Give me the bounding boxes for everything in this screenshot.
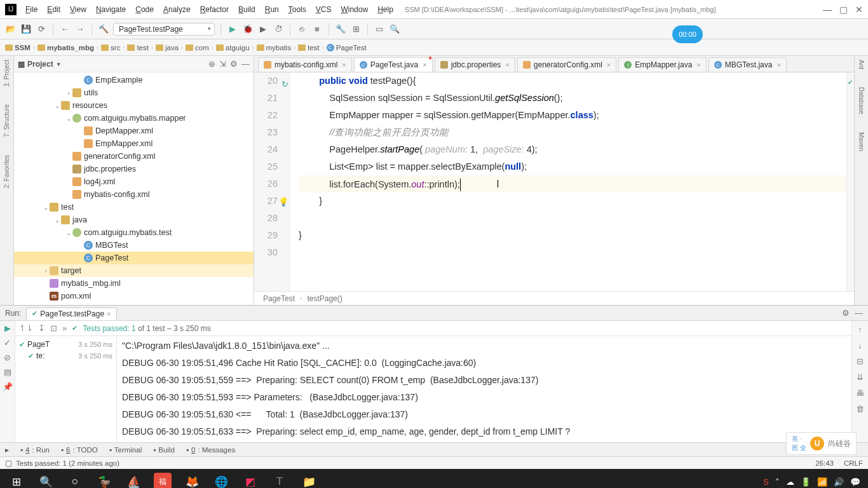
pin-icon[interactable]: 📌 bbox=[3, 382, 13, 391]
close-tab-icon[interactable]: × bbox=[607, 61, 611, 69]
collapse-icon[interactable]: ⇲ bbox=[219, 59, 226, 69]
breadcrumb-item[interactable]: src bbox=[101, 44, 120, 51]
run-icon[interactable]: ▶ bbox=[227, 24, 238, 35]
debug-icon[interactable]: 🐞 bbox=[242, 24, 254, 35]
breadcrumb-item[interactable]: java bbox=[156, 44, 179, 51]
cortana-button[interactable]: ○ bbox=[61, 469, 89, 488]
breadcrumb-item[interactable]: test bbox=[298, 44, 320, 51]
editor-tab[interactable]: CPageTest.java×📍 bbox=[354, 57, 433, 72]
explorer-icon[interactable]: 📁 bbox=[295, 469, 323, 488]
tree-item[interactable]: CMBGTest bbox=[14, 239, 254, 252]
tree-item[interactable]: ⌄com.atguigu.mybatis.mapper bbox=[14, 112, 254, 125]
stop-run-icon[interactable]: ⊘ bbox=[4, 353, 11, 362]
tree-item[interactable]: log4j.xml bbox=[14, 175, 254, 188]
close-tab-icon[interactable]: × bbox=[342, 61, 346, 69]
attach-icon[interactable]: ⎋ bbox=[296, 24, 308, 35]
filter-icon[interactable]: ↧ bbox=[38, 323, 45, 333]
search-icon[interactable]: 🔍 bbox=[389, 24, 400, 35]
app-icon[interactable]: 福 bbox=[154, 473, 172, 488]
expand-icon[interactable]: ▸ bbox=[5, 445, 9, 454]
start-button[interactable]: ⊞ bbox=[3, 469, 31, 488]
editor-tab[interactable]: mybatis-config.xml× bbox=[258, 57, 352, 72]
editor-tab[interactable]: CMBGTest.java× bbox=[709, 57, 787, 72]
menu-file[interactable]: File bbox=[22, 4, 41, 15]
breadcrumb-item[interactable]: SSM bbox=[5, 44, 31, 51]
rerun-icon[interactable]: ▶ bbox=[4, 323, 11, 333]
editor-tab[interactable]: IEmpMapper.java× bbox=[618, 57, 706, 72]
crumb[interactable]: PageTest bbox=[263, 294, 295, 303]
sync-icon[interactable]: ⟳ bbox=[36, 24, 47, 35]
breadcrumb-item[interactable]: mybatis_mbg bbox=[37, 44, 94, 51]
presentation-icon[interactable]: ▭ bbox=[374, 24, 385, 35]
forward-icon[interactable]: → bbox=[74, 24, 86, 35]
menu-run[interactable]: Run bbox=[261, 4, 283, 15]
menu-analyze[interactable]: Analyze bbox=[159, 4, 194, 15]
app-icon[interactable]: ⛵ bbox=[119, 469, 147, 488]
tree-item[interactable]: ⌄java bbox=[14, 214, 254, 226]
tree-item[interactable]: ›utils bbox=[14, 86, 254, 99]
console-output[interactable]: "C:\Program Files\Java\jdk1.8.0_151\bin\… bbox=[117, 336, 851, 442]
menu-build[interactable]: Build bbox=[234, 4, 259, 15]
sort-icon[interactable]: ↿⇂ bbox=[19, 323, 33, 333]
crumb[interactable]: testPage() bbox=[307, 294, 342, 303]
breadcrumb-item[interactable]: CPageTest bbox=[327, 44, 367, 51]
bottom-tab-build[interactable]: ▪ Build bbox=[153, 446, 175, 454]
wrap-icon[interactable]: ⊟ bbox=[857, 356, 864, 366]
test-node[interactable]: ✔PageT3 s 250 ms bbox=[19, 339, 112, 350]
menu-vcs[interactable]: VCS bbox=[312, 4, 336, 15]
settings-icon[interactable]: ⚙ bbox=[230, 59, 238, 69]
run-tab[interactable]: ✔ PageTest.testPage × bbox=[26, 308, 116, 320]
test-node[interactable]: ✔te:3 s 250 ms bbox=[19, 350, 112, 362]
breadcrumb-item[interactable]: mybatis bbox=[257, 44, 292, 51]
tree-item[interactable]: mpom.xml bbox=[14, 290, 254, 302]
menu-window[interactable]: Window bbox=[337, 4, 372, 15]
editor-tab[interactable]: jdbc.properties× bbox=[435, 57, 515, 72]
menu-view[interactable]: View bbox=[66, 4, 90, 15]
locate-icon[interactable]: ⊕ bbox=[208, 59, 215, 69]
bottom-tab-todo[interactable]: ▪ 6: TODO bbox=[61, 446, 98, 454]
notification-icon[interactable]: 💬 bbox=[850, 477, 860, 487]
tree-item[interactable]: ›target bbox=[14, 264, 254, 277]
print-icon[interactable]: 🖶 bbox=[856, 388, 864, 398]
battery-icon[interactable]: 🔋 bbox=[801, 477, 811, 487]
up-icon[interactable]: ↑ bbox=[858, 325, 862, 334]
close-tab-icon[interactable]: × bbox=[696, 61, 700, 69]
menu-code[interactable]: Code bbox=[132, 4, 158, 15]
expand-icon[interactable]: ⊡ bbox=[50, 323, 57, 333]
menu-refactor[interactable]: Refactor bbox=[196, 4, 233, 15]
run-settings-icon[interactable]: ⚙ bbox=[842, 308, 850, 318]
tree-item[interactable]: CEmpExample bbox=[14, 74, 254, 86]
wrench-icon[interactable]: 🔧 bbox=[335, 24, 346, 35]
test-tree[interactable]: ✔PageT3 s 250 ms✔te:3 s 250 ms bbox=[15, 336, 117, 442]
tool-project[interactable]: 1: Project bbox=[3, 60, 10, 86]
close-tab-icon[interactable]: × bbox=[505, 61, 509, 69]
menu-help[interactable]: Help bbox=[374, 4, 397, 15]
breadcrumb-item[interactable]: test bbox=[127, 44, 149, 51]
line-ending[interactable]: CRLF bbox=[844, 459, 863, 467]
breadcrumb-item[interactable]: com bbox=[186, 44, 209, 51]
tool-favorites[interactable]: 2: Favorites bbox=[3, 155, 10, 188]
menu-navigate[interactable]: Navigate bbox=[92, 4, 130, 15]
tree-item[interactable]: jdbc.properties bbox=[14, 163, 254, 175]
chevron-icon[interactable]: » bbox=[62, 323, 67, 333]
save-icon[interactable]: 💾 bbox=[20, 24, 32, 35]
tray-up-icon[interactable]: ˄ bbox=[775, 477, 780, 487]
wifi-icon[interactable]: 📶 bbox=[817, 477, 827, 487]
project-panel-title[interactable]: ▦ Project bbox=[18, 60, 60, 69]
bottom-tab-messages[interactable]: ▪ 0: Messages bbox=[186, 446, 235, 454]
code-editor[interactable]: public void testPage(){ SqlSession sqlSe… bbox=[290, 72, 846, 291]
close-tab-icon[interactable]: × bbox=[776, 61, 780, 69]
profile-icon[interactable]: ⏱ bbox=[273, 24, 284, 35]
run-config-selector[interactable]: PageTest.testPage bbox=[113, 23, 215, 36]
bottom-tab-run[interactable]: ▪ 4: Run bbox=[20, 446, 50, 454]
run-gutter-icon[interactable]: ↻ bbox=[281, 76, 288, 93]
scroll-icon[interactable]: ⇊ bbox=[857, 372, 864, 382]
app-icon[interactable]: T bbox=[266, 469, 294, 488]
tree-item[interactable]: ⌄com.atguigu.mybatis.test bbox=[14, 226, 254, 239]
menu-tools[interactable]: Tools bbox=[285, 4, 310, 15]
tool-ant[interactable]: Ant bbox=[858, 60, 865, 69]
tool-maven[interactable]: Maven bbox=[858, 132, 865, 151]
tree-item[interactable]: mybatis-config.xml bbox=[14, 188, 254, 201]
clear-icon[interactable]: 🗑 bbox=[856, 404, 864, 414]
tree-item[interactable]: EmpMapper.xml bbox=[14, 137, 254, 150]
